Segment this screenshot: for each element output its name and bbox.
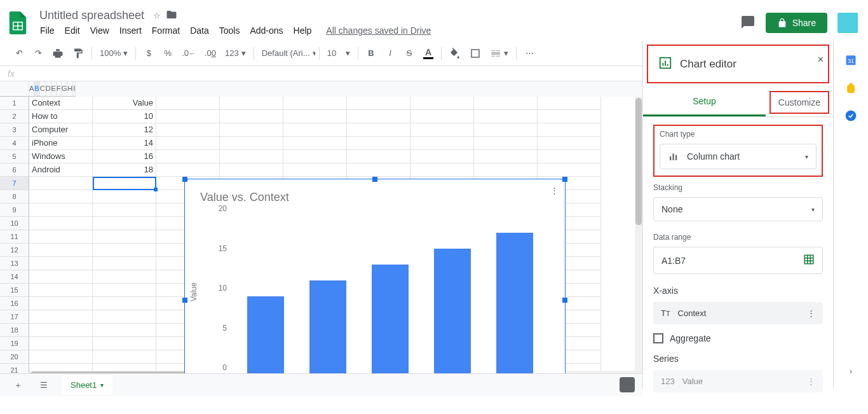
row-header-14[interactable]: 14 [0,270,29,284]
bold-icon[interactable]: B [362,45,380,62]
cell-B13[interactable] [93,257,156,270]
row-header-12[interactable]: 12 [0,244,29,257]
row-header-19[interactable]: 19 [0,337,29,350]
cell-F1[interactable] [347,97,410,110]
cell-A5[interactable]: Windows [29,150,93,163]
cell-H6[interactable] [474,163,538,177]
menu-addons[interactable]: Add-ons [245,23,287,38]
cell-C4[interactable] [156,137,220,150]
cell-B15[interactable] [93,284,156,297]
row-header-10[interactable]: 10 [0,217,29,230]
cell-B8[interactable] [93,190,156,204]
stacking-select[interactable]: None ▾ [653,197,823,221]
tab-customize[interactable]: Customize [770,91,829,114]
share-button[interactable]: Share [766,13,827,33]
cell-B1[interactable]: Value [93,97,156,110]
formula-bar[interactable]: fx [0,66,642,81]
cell-B2[interactable]: 10 [93,110,156,123]
all-sheets-icon[interactable]: ☰ [36,376,51,394]
borders-icon[interactable] [466,45,485,62]
col-header-F[interactable]: F [57,81,62,97]
cell-D1[interactable] [220,97,283,110]
cell-H4[interactable] [474,137,538,150]
cell-C5[interactable] [156,150,220,163]
cell-A13[interactable] [29,257,93,270]
comment-icon[interactable] [740,15,756,32]
cell-B12[interactable] [93,244,156,257]
inc-decimals[interactable]: .00 [201,45,220,62]
cell-A16[interactable] [29,297,93,310]
cell-B7[interactable] [93,177,156,190]
explore-button[interactable] [620,377,635,392]
menu-tools[interactable]: Tools [215,23,245,38]
doc-title[interactable]: Untitled spreadsheet [36,8,148,24]
cell-D5[interactable] [220,150,283,163]
col-header-B[interactable]: B [34,81,39,97]
row-header-8[interactable]: 8 [0,190,29,204]
cell-D2[interactable] [220,110,283,123]
more-icon[interactable]: ⋯ [520,45,538,62]
col-header-G[interactable]: G [62,81,68,97]
cell-A2[interactable]: How to [29,110,93,123]
add-sheet-icon[interactable]: ＋ [10,376,26,395]
cell-I2[interactable] [538,110,601,123]
dec-decimals[interactable]: .0← [178,45,200,62]
redo-icon[interactable]: ↷ [29,45,47,62]
cell-C2[interactable] [156,110,220,123]
row-header-20[interactable]: 20 [0,350,29,364]
close-icon[interactable]: ✕ [817,55,824,64]
cell-A10[interactable] [29,217,93,230]
cell-G3[interactable] [410,123,474,137]
col-header-H[interactable]: H [67,81,73,97]
vertical-scrollbar[interactable] [635,97,642,389]
sheet-tab-1[interactable]: Sheet1 ▾ [62,375,112,395]
xaxis-menu-icon[interactable]: ⋮ [807,308,815,318]
row-header-16[interactable]: 16 [0,297,29,310]
cell-E1[interactable] [283,97,347,110]
cell-F5[interactable] [347,150,410,163]
cell-A11[interactable] [29,230,93,244]
row-header-5[interactable]: 5 [0,150,29,163]
folder-icon[interactable] [166,9,177,22]
cell-A8[interactable] [29,190,93,204]
italic-icon[interactable]: I [381,45,399,62]
cell-B17[interactable] [93,310,156,324]
cell-E3[interactable] [283,123,347,137]
col-header-C[interactable]: C [40,81,46,97]
cell-C1[interactable] [156,97,220,110]
cell-A14[interactable] [29,270,93,284]
cell-B6[interactable]: 18 [93,163,156,177]
col-header-I[interactable]: I [73,81,76,97]
format-currency[interactable]: $ [140,45,158,62]
col-header-E[interactable]: E [51,81,57,97]
menu-insert[interactable]: Insert [115,23,146,38]
cell-I1[interactable] [538,97,601,110]
embedded-chart[interactable]: ⋮ Value vs. Context Value 05101520 How t… [184,179,566,396]
cell-G5[interactable] [410,150,474,163]
merge-icon[interactable]: ▾ [486,45,512,62]
row-header-2[interactable]: 2 [0,110,29,123]
cell-H2[interactable] [474,110,538,123]
select-all-corner[interactable] [0,81,29,97]
cell-A3[interactable]: Computer [29,123,93,137]
row-header-18[interactable]: 18 [0,324,29,337]
row-header-4[interactable]: 4 [0,137,29,150]
cell-C6[interactable] [156,163,220,177]
tasks-icon[interactable] [844,109,857,122]
select-range-icon[interactable] [803,254,815,267]
cell-I5[interactable] [538,150,601,163]
zoom-dropdown[interactable]: 100% ▾ [96,46,132,60]
cell-I6[interactable] [538,163,601,177]
cell-B19[interactable] [93,337,156,350]
cell-G6[interactable] [410,163,474,177]
cell-A4[interactable]: iPhone [29,137,93,150]
row-header-11[interactable]: 11 [0,230,29,244]
cell-A6[interactable]: Android [29,163,93,177]
menu-format[interactable]: Format [147,23,184,38]
strike-icon[interactable]: S [400,45,418,62]
series-field[interactable]: 123 Value ⋮ [653,370,823,392]
chart-type-select[interactable]: Column chart ▾ [660,144,817,169]
cell-F2[interactable] [347,110,410,123]
cell-B3[interactable]: 12 [93,123,156,137]
row-header-3[interactable]: 3 [0,123,29,137]
